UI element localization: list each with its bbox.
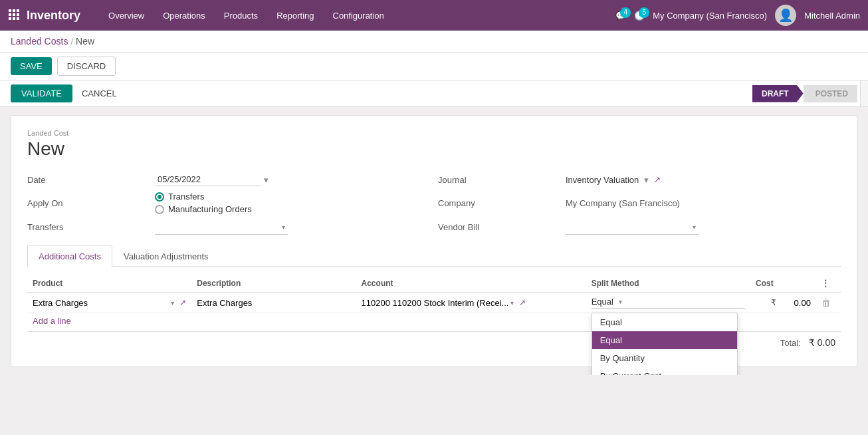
row-account-input[interactable] <box>362 298 508 308</box>
activity-count: 5 <box>639 7 649 18</box>
form-subtitle: Landed Cost <box>27 129 841 137</box>
split-option-current-cost[interactable]: By Current Cost <box>592 367 737 375</box>
journal-label: Journal <box>438 173 558 186</box>
date-label: Date <box>27 173 147 186</box>
menu-products[interactable]: Products <box>216 7 266 25</box>
breadcrumb-parent[interactable]: Landed Costs <box>11 36 68 47</box>
status-draft[interactable]: DRAFT <box>752 85 804 102</box>
row-product-link[interactable]: ↗ <box>179 298 186 307</box>
radio-mfg-label: Manufacturing Orders <box>168 204 252 214</box>
company-label: Company <box>438 192 558 214</box>
form-container: Landed Cost New Date ▾ Journal Inventory… <box>11 115 857 367</box>
chat-badge[interactable]: 💬 4 <box>615 11 626 21</box>
row-cost-cell: ₹ <box>750 293 816 313</box>
svg-rect-7 <box>13 17 15 20</box>
radio-mfg[interactable]: Manufacturing Orders <box>155 204 252 214</box>
apply-on-field: Transfers Manufacturing Orders <box>155 192 430 214</box>
vendor-bill-dropdown-icon[interactable]: ▾ <box>693 223 696 231</box>
col-header-description: Description <box>191 275 356 293</box>
discard-button[interactable]: DISCARD <box>57 57 116 76</box>
transfers-label: Transfers <box>27 219 147 235</box>
col-header-account: Account <box>356 275 586 293</box>
split-option-equal[interactable]: Equal <box>592 331 737 349</box>
radio-transfers-label: Transfers <box>168 192 204 202</box>
svg-rect-2 <box>17 9 19 12</box>
row-product-input[interactable] <box>33 298 168 308</box>
split-method-value: Equal <box>592 297 613 307</box>
transfers-dropdown-icon[interactable]: ▾ <box>282 223 285 231</box>
tab-valuation-adjustments[interactable]: Valuation Adjustments <box>112 245 220 267</box>
grid-icon[interactable] <box>8 9 20 23</box>
transfers-field[interactable]: ▾ <box>155 219 430 235</box>
svg-rect-8 <box>17 17 19 20</box>
save-button[interactable]: SAVE <box>11 57 52 75</box>
row-split-cell: Equal ▾ Equal Equal By Quantity By Curre… <box>586 293 750 313</box>
table-row: ▾ ↗ ▾ ↗ <box>27 293 841 313</box>
col-header-cost: Cost <box>750 275 816 293</box>
apply-on-radios: Transfers Manufacturing Orders <box>155 192 252 214</box>
row-account-link[interactable]: ↗ <box>519 298 526 307</box>
svg-rect-5 <box>17 13 19 16</box>
company-field: My Company (San Francisco) <box>566 192 841 214</box>
row-cost-input[interactable] <box>778 298 811 308</box>
split-option-equal-top[interactable]: Equal <box>592 313 737 331</box>
radio-transfers[interactable]: Transfers <box>155 192 252 202</box>
svg-rect-6 <box>9 17 11 20</box>
row-product-dropdown[interactable]: ▾ <box>171 299 174 307</box>
chat-count: 4 <box>620 7 631 18</box>
app-brand[interactable]: Inventory <box>27 9 80 23</box>
radio-mfg-dot <box>155 205 164 214</box>
col-actions-icon: ⋮ <box>821 279 829 288</box>
topnav-right: 💬 4 🕐 5 My Company (San Francisco) 👤 Mit… <box>615 5 860 26</box>
row-description-cell <box>191 293 356 313</box>
vendor-bill-label: Vendor Bill <box>438 219 558 235</box>
status-buttons: DRAFT POSTED <box>752 85 857 102</box>
vendor-bill-input <box>568 221 690 233</box>
table-header: Product Description Account Split Method… <box>27 275 841 293</box>
row-product-cell: ▾ ↗ <box>27 293 191 313</box>
date-dropdown-icon[interactable]: ▾ <box>264 175 269 185</box>
vendor-bill-field[interactable]: ▾ <box>566 219 841 235</box>
status-bar: VALIDATE CANCEL DRAFT POSTED <box>0 80 868 107</box>
menu-configuration[interactable]: Configuration <box>325 7 392 25</box>
svg-rect-3 <box>9 13 11 16</box>
status-posted[interactable]: POSTED <box>804 85 857 102</box>
menu-operations[interactable]: Operations <box>155 7 213 25</box>
activity-badge[interactable]: 🕐 5 <box>634 11 645 21</box>
company-value: My Company (San Francisco) <box>566 198 680 208</box>
menu-overview[interactable]: Overview <box>100 7 152 25</box>
action-bar: SAVE DISCARD <box>0 53 868 80</box>
split-method-popup: Equal Equal By Quantity By Current Cost … <box>592 313 738 375</box>
avatar[interactable]: 👤 <box>775 5 796 26</box>
row-delete-button[interactable]: 🗑 <box>821 297 831 308</box>
breadcrumb-separator: / <box>70 37 73 47</box>
col-header-split: Split Method <box>586 275 750 293</box>
journal-dropdown-icon[interactable]: ▾ <box>644 175 649 185</box>
row-description-input[interactable] <box>197 298 350 308</box>
tab-additional-costs[interactable]: Additional Costs <box>27 245 112 267</box>
journal-field: Inventory Valuation ▾ ↗ <box>566 173 841 186</box>
svg-rect-1 <box>13 9 15 12</box>
costs-table-wrapper: Product Description Account Split Method… <box>27 275 841 353</box>
validate-button[interactable]: VALIDATE <box>11 84 72 102</box>
date-input[interactable] <box>155 173 261 186</box>
journal-external-link[interactable]: ↗ <box>654 175 661 184</box>
split-option-quantity[interactable]: By Quantity <box>592 349 737 367</box>
total-amount: ₹ 0.00 <box>809 337 835 348</box>
company-name: My Company (San Francisco) <box>653 11 767 21</box>
split-method-dropdown[interactable]: Equal ▾ <box>592 297 745 309</box>
menu-reporting[interactable]: Reporting <box>269 7 322 25</box>
scrollbar[interactable] <box>860 80 868 106</box>
date-field: ▾ <box>155 173 430 186</box>
form-fields: Date ▾ Journal Inventory Valuation ▾ ↗ A… <box>27 173 841 235</box>
radio-transfers-dot <box>155 192 164 202</box>
form-title: New <box>27 138 841 160</box>
journal-value: Inventory Valuation <box>566 175 639 185</box>
username: Mitchell Admin <box>804 11 860 21</box>
row-actions-cell: 🗑 <box>816 293 841 313</box>
cancel-button[interactable]: CANCEL <box>72 84 126 102</box>
main-menu: Overview Operations Products Reporting C… <box>100 7 615 25</box>
col-header-actions: ⋮ <box>816 275 841 293</box>
row-account-dropdown[interactable]: ▾ <box>510 299 514 307</box>
breadcrumb-current: New <box>76 36 94 47</box>
